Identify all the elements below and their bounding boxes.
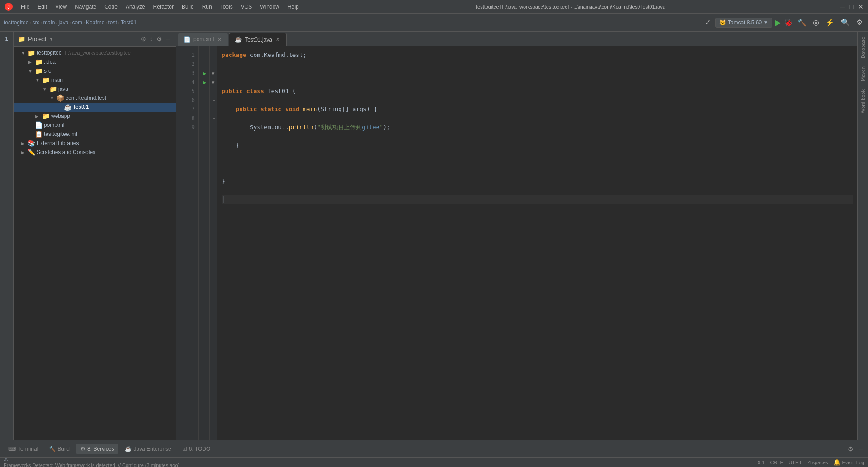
tab-Test01-icon: ☕ — [235, 36, 242, 43]
tree-item-com-keafmd-test[interactable]: ▼ 📦 com.Keafmd.test — [14, 93, 176, 103]
minimize-button[interactable]: ─ — [839, 3, 846, 10]
tab-Test01-java[interactable]: ☕ Test01.java ✕ — [229, 33, 287, 46]
settings-icon[interactable]: ⚙ — [156, 34, 163, 43]
breadcrumb-file[interactable]: Test01 — [121, 19, 137, 26]
services-icon: ⚙ — [80, 446, 85, 452]
menu-build[interactable]: Build — [178, 3, 198, 11]
run-config-selector[interactable]: 🐱 Tomcat 8.5.60 ▼ — [715, 18, 772, 28]
svg-text:J: J — [7, 5, 10, 9]
icon-idea: 📁 — [35, 58, 42, 65]
status-line-ending[interactable]: CRLF — [770, 460, 783, 465]
git-icon[interactable]: ✓ — [703, 17, 712, 28]
label-testtogitee: testtogitee — [37, 50, 61, 56]
project-panel-icons: ⊕ ↕ ⚙ ─ — [140, 34, 171, 43]
code-content[interactable]: package com.Keafmd.test; public class Te… — [217, 46, 857, 440]
icon-external-libs: 📚 — [28, 140, 35, 147]
menu-code[interactable]: Code — [101, 3, 121, 11]
breadcrumb-main[interactable]: main — [43, 19, 55, 26]
menu-file[interactable]: File — [17, 3, 33, 11]
build-button[interactable]: 🔨 — [796, 17, 808, 28]
run-button[interactable]: ▶ — [775, 18, 781, 28]
run-config-label: Tomcat 8.5.60 — [728, 19, 762, 26]
menu-navigate[interactable]: Navigate — [71, 3, 100, 11]
coverage-button[interactable]: ◎ — [811, 17, 821, 28]
breadcrumb-java[interactable]: java — [58, 19, 68, 26]
menu-refactor[interactable]: Refactor — [150, 3, 177, 11]
arrow-testtogitee: ▼ — [21, 51, 26, 56]
run-method-btn[interactable]: ▶ — [199, 78, 209, 87]
status-encoding[interactable]: UTF-8 — [788, 460, 802, 465]
profile-button[interactable]: ⚡ — [824, 17, 836, 28]
tab-Test01-label: Test01.java — [245, 37, 272, 43]
status-indent[interactable]: 4 spaces — [808, 460, 828, 465]
services-label: 8: Services — [87, 446, 114, 452]
tree-item-java[interactable]: ▼ 📁 java — [14, 84, 176, 93]
status-position[interactable]: 9:1 — [758, 460, 764, 465]
code-editor[interactable]: 1 2 3 4 5 6 7 8 9 ▶ ▶ — [176, 46, 857, 440]
tree-item-external-libs[interactable]: ▶ 📚 External Libraries — [14, 139, 176, 148]
label-main: main — [51, 77, 63, 83]
menu-help[interactable]: Help — [284, 3, 302, 11]
breadcrumb-src[interactable]: src — [32, 19, 39, 26]
bottom-tab-terminal[interactable]: ⌨ Terminal — [4, 444, 42, 454]
sort-icon[interactable]: ↕ — [149, 34, 154, 43]
debug-button[interactable]: 🐞 — [784, 18, 793, 27]
tree-item-webapp[interactable]: ▶ 📁 webapp — [14, 112, 176, 121]
right-sidebar-maven[interactable]: Maven — [859, 63, 867, 85]
tab-Test01-close[interactable]: ✕ — [275, 37, 281, 42]
tree-item-scratches[interactable]: ▶ ✏️ Scratches and Consoles — [14, 148, 176, 157]
fold-brace2[interactable]: └ — [210, 114, 217, 123]
menu-run[interactable]: Run — [198, 3, 216, 11]
icon-main: 📁 — [42, 76, 50, 84]
toolbar-right: ✓ 🐱 Tomcat 8.5.60 ▼ ▶ 🐞 🔨 ◎ ⚡ 🔍 ⚙ — [703, 17, 864, 28]
project-panel-title: 📁 Project ▼ — [18, 36, 53, 42]
tab-pom-xml-close[interactable]: ✕ — [217, 37, 222, 42]
bottom-tab-java-enterprise[interactable]: ☕ Java Enterprise — [120, 444, 175, 454]
project-title-label: Project — [28, 36, 46, 42]
project-panel-header: 📁 Project ▼ ⊕ ↕ ⚙ ─ — [14, 32, 176, 47]
project-panel-toggle[interactable]: 1 — [1, 33, 12, 44]
search-everywhere-button[interactable]: 🔍 — [839, 17, 852, 28]
panel-minimize-icon[interactable]: ─ — [858, 444, 864, 453]
arrow-com-keafmd-test: ▼ — [50, 96, 55, 101]
breadcrumb-root[interactable]: testtogitee — [4, 19, 28, 26]
right-sidebar-database[interactable]: Database — [859, 33, 867, 62]
menu-analyze[interactable]: Analyze — [122, 3, 149, 11]
minimize-panel-icon[interactable]: ─ — [165, 34, 171, 43]
right-sidebar-wordbook[interactable]: Word book — [859, 86, 867, 117]
event-log-label[interactable]: 🔔 Event Log — [833, 459, 864, 466]
run-class-btn[interactable]: ▶ — [199, 69, 209, 78]
breadcrumb-test[interactable]: test — [108, 19, 117, 26]
menu-vcs[interactable]: VCS — [237, 3, 256, 11]
tree-item-pom-xml[interactable]: 📄 pom.xml — [14, 121, 176, 130]
add-icon[interactable]: ⊕ — [140, 34, 147, 43]
bottom-tab-todo[interactable]: ☑ 6: TODO — [178, 444, 215, 454]
tree-item-Test01[interactable]: ☕ Test01 — [14, 103, 176, 112]
tree-item-main[interactable]: ▼ 📁 main — [14, 75, 176, 84]
event-log-icon: 🔔 — [833, 459, 840, 466]
fold-class[interactable]: ▼ — [210, 69, 217, 78]
todo-icon: ☑ — [182, 446, 187, 452]
tab-pom-xml[interactable]: 📄 pom.xml ✕ — [178, 33, 228, 46]
tree-item-testtogitee-iml[interactable]: 📋 testtogitee.iml — [14, 130, 176, 139]
tree-item-testtogitee[interactable]: ▼ 📁 testtogitee F:\java_workspace\testto… — [14, 48, 176, 57]
tree-item-idea[interactable]: ▶ 📁 .idea — [14, 57, 176, 66]
status-message-text[interactable]: Frameworks Detected: Web framework is de… — [4, 462, 179, 467]
menu-view[interactable]: View — [52, 3, 71, 11]
menu-edit[interactable]: Edit — [34, 3, 51, 11]
settings-button[interactable]: ⚙ — [854, 17, 864, 28]
bottom-tab-build[interactable]: 🔨 Build — [44, 444, 74, 454]
label-scratches: Scratches and Consoles — [37, 149, 95, 155]
menu-window[interactable]: Window — [256, 3, 283, 11]
tree-item-src[interactable]: ▼ 📁 src — [14, 66, 176, 75]
menu-tools[interactable]: Tools — [217, 3, 236, 11]
panel-settings-icon[interactable]: ⚙ — [847, 444, 854, 453]
fold-method[interactable]: ▼ — [210, 78, 217, 87]
breadcrumb-com[interactable]: com — [72, 19, 82, 26]
maximize-button[interactable]: □ — [848, 3, 855, 10]
label-pom-xml: pom.xml — [44, 122, 64, 128]
close-button[interactable]: ✕ — [857, 3, 864, 10]
bottom-tab-services[interactable]: ⚙ 8: Services — [76, 444, 118, 454]
fold-brace1[interactable]: └ — [210, 96, 217, 105]
breadcrumb-keafmd[interactable]: Keafmd — [86, 19, 104, 26]
